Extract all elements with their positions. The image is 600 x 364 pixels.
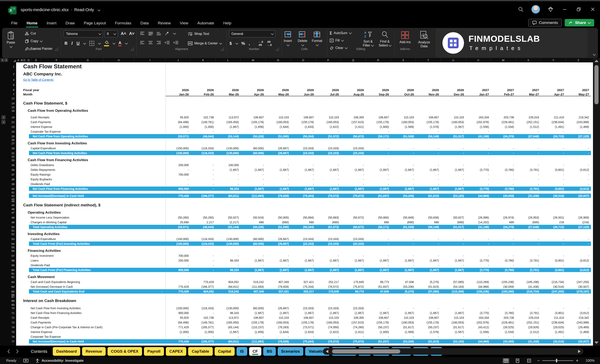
cell[interactable]: (1,667)	[416, 259, 441, 262]
cell[interactable]: (3,801)	[541, 268, 566, 272]
cell[interactable]: 175,645	[341, 280, 366, 284]
cell[interactable]: -	[291, 254, 316, 257]
row-number[interactable]: 16	[9, 109, 14, 112]
row-number[interactable]: 37	[9, 173, 14, 176]
cell[interactable]: -	[441, 147, 466, 150]
cell[interactable]: 604,052	[216, 280, 241, 284]
cell[interactable]: (202,976)	[466, 120, 491, 124]
cell[interactable]: 106,607	[291, 116, 316, 119]
cell[interactable]: -	[291, 164, 316, 167]
cell[interactable]: -	[391, 151, 416, 155]
cell[interactable]: -	[466, 173, 491, 176]
row-number[interactable]: 22	[9, 120, 14, 124]
cell[interactable]: 163,334	[466, 116, 491, 119]
cell[interactable]: (1,667)	[366, 268, 391, 272]
cell[interactable]: (100,000)	[166, 307, 191, 310]
select-all-corner[interactable]	[13, 60, 16, 62]
cell[interactable]: -	[316, 264, 341, 267]
cell[interactable]: (50,171)	[366, 135, 391, 138]
row-number[interactable]: 59	[9, 264, 14, 267]
cell[interactable]: (1,667)	[391, 259, 416, 262]
cell[interactable]: -	[416, 164, 441, 167]
row-label[interactable]: Total Operating Activities	[33, 225, 67, 229]
align-center-icon[interactable]	[148, 41, 153, 45]
cell[interactable]: (29,025)	[541, 326, 566, 329]
cell[interactable]: (155,178)	[241, 120, 266, 124]
row-number[interactable]: 70	[9, 307, 14, 310]
cell[interactable]: (1,644)	[266, 330, 291, 334]
cell[interactable]: (14,202)	[466, 221, 491, 224]
cell[interactable]: 99,773	[341, 290, 366, 293]
cell[interactable]: Jan-27	[466, 92, 491, 96]
row-label[interactable]: Net Cash Flow from Financing Activities	[31, 311, 82, 315]
cell[interactable]: (74,260)	[341, 326, 366, 329]
column-header-O[interactable]: O	[291, 58, 316, 62]
cell[interactable]: (216,734)	[541, 280, 566, 284]
cell[interactable]: 98,333	[216, 268, 241, 272]
menu-automate[interactable]: Automate	[194, 19, 218, 27]
cell[interactable]: 113,972	[216, 116, 241, 119]
cell[interactable]: -	[341, 164, 366, 167]
cell[interactable]: (76,572)	[316, 340, 341, 343]
cell[interactable]: -	[541, 164, 566, 167]
cell[interactable]: -	[441, 173, 466, 176]
cell[interactable]: -	[166, 335, 191, 338]
row-number[interactable]: 48	[9, 216, 14, 219]
cell[interactable]: -	[541, 151, 566, 155]
cell[interactable]: (1,667)	[391, 168, 416, 172]
cell[interactable]: (165,450)	[216, 321, 241, 324]
column-header-F[interactable]: F	[41, 58, 72, 62]
sheet-tab-cf[interactable]: CF	[249, 347, 261, 356]
cell[interactable]: (41,198)	[466, 225, 491, 229]
cell[interactable]: (149,781)	[191, 120, 216, 124]
cell[interactable]: (157,615)	[341, 321, 366, 324]
cell[interactable]: -	[391, 237, 416, 241]
row-label[interactable]: Cash Flow from Financing Activities	[28, 158, 88, 162]
cell[interactable]: (57,085)	[416, 290, 441, 293]
cell[interactable]: 690	[366, 221, 391, 224]
row-label[interactable]: Cash Movement	[28, 275, 55, 279]
row-number[interactable]: 62	[9, 276, 14, 279]
cell[interactable]: (110,237)	[241, 326, 266, 329]
cell[interactable]: -	[241, 178, 266, 181]
sheet-tab-cogs-opex[interactable]: COGS & OPEX	[108, 347, 142, 356]
zoom-percent[interactable]: 100%	[583, 359, 595, 363]
zoom-slider-thumb[interactable]	[556, 359, 557, 362]
cell[interactable]: 252,217	[316, 280, 341, 284]
font-dialog-launcher[interactable]: ⌟	[130, 47, 133, 51]
cell[interactable]: (149,781)	[191, 321, 216, 324]
cell[interactable]: -	[191, 173, 216, 176]
cell[interactable]: (228,481)	[491, 321, 516, 324]
cell[interactable]: (23,333)	[341, 151, 366, 155]
cell[interactable]: -	[266, 335, 291, 338]
cell[interactable]: (51,595)	[266, 135, 291, 138]
table-of-contents-link[interactable]: Go to Table of Contents	[23, 78, 54, 82]
cell[interactable]: (28,525)	[491, 326, 516, 329]
menu-review[interactable]: Review	[154, 19, 174, 27]
premium-diamond-icon[interactable]	[547, 6, 554, 13]
cell[interactable]: 2026	[191, 88, 216, 91]
cell[interactable]: (160,053)	[266, 321, 291, 324]
cell[interactable]: -	[366, 147, 391, 150]
cell[interactable]: (48,044)	[191, 225, 216, 229]
cell[interactable]: -	[416, 237, 441, 241]
cell[interactable]: -	[416, 264, 441, 267]
cell[interactable]: 106,607	[416, 116, 441, 119]
column-header-Z[interactable]: Z	[566, 58, 591, 62]
cell[interactable]: 163,334	[466, 316, 491, 319]
row-number[interactable]: 5	[9, 83, 14, 87]
row-label[interactable]: Changes in Working Capital	[31, 221, 66, 224]
row-number[interactable]: 65	[9, 290, 14, 293]
row-label[interactable]: Change in Cash (Pre-Corporate Tax & Inte…	[31, 326, 103, 329]
row-label[interactable]: Cash Flow from Investing Activities	[28, 141, 87, 146]
cell[interactable]: 690	[291, 221, 316, 224]
font-color-button[interactable]: A	[119, 40, 121, 46]
cell[interactable]: 2026	[266, 88, 291, 91]
cell[interactable]: (1,667)	[291, 268, 316, 272]
column-header-J[interactable]: J	[166, 58, 191, 62]
cell[interactable]: 695	[491, 221, 516, 224]
cell[interactable]: (1,667)	[316, 311, 341, 315]
row-number[interactable]: 56	[9, 249, 14, 253]
cell[interactable]: (5,270)	[391, 290, 416, 293]
clipboard-dialog-launcher[interactable]: ⌟	[55, 47, 58, 51]
